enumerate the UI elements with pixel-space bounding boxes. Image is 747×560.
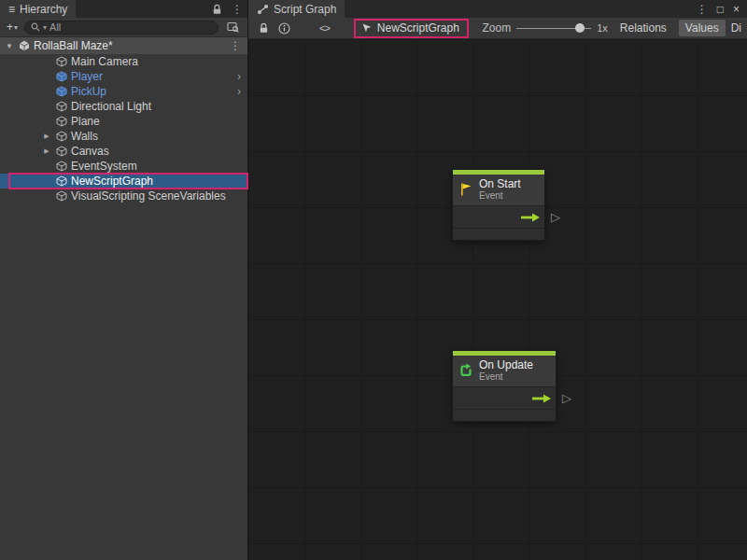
node-on-update[interactable]: On Update Event ▷ <box>452 350 557 422</box>
prefab-chevron-icon[interactable]: › <box>237 85 247 98</box>
scene-row[interactable]: ▼ RollaBall Maze* ⋮ <box>0 37 247 54</box>
tree-item-label: NewScriptGraph <box>71 175 153 188</box>
tree-item-label: Player <box>71 70 103 83</box>
relations-toggle[interactable]: Relations <box>613 20 673 36</box>
node-title: On Update <box>479 359 533 371</box>
tree-item-directional-light[interactable]: Directional Light <box>0 99 247 114</box>
scene-name: RollaBall Maze* <box>34 39 223 52</box>
dim-toggle[interactable]: Di <box>731 21 741 35</box>
gameobject-icon <box>56 175 67 187</box>
lock-icon[interactable] <box>207 0 227 18</box>
node-titles: On Start Event <box>479 178 521 201</box>
prefab-icon <box>56 86 67 97</box>
graph-name-label: NewScriptGraph <box>377 21 459 35</box>
tree-item-canvas[interactable]: ▶ Canvas <box>0 144 247 159</box>
tree-item-eventsystem[interactable]: EventSystem <box>0 159 247 174</box>
tab-hierarchy[interactable]: ≡ Hierarchy <box>0 0 76 18</box>
node-footer <box>453 409 556 421</box>
node-subtitle: Event <box>479 190 521 201</box>
graph-tabstrip: Script Graph ⋮ □ × <box>248 0 747 18</box>
zoom-label: Zoom <box>483 21 512 35</box>
tree-item-player[interactable]: Player › <box>0 69 247 84</box>
tree-item-main-camera[interactable]: Main Camera <box>0 54 247 69</box>
unity-editor-window: ≡ Hierarchy ⋮ + ▾ ▾ All <box>0 0 747 560</box>
gameobject-icon <box>56 131 67 142</box>
node-output-row[interactable] <box>453 386 556 409</box>
graph-icon <box>257 4 269 15</box>
graph-name-breadcrumb[interactable]: NewScriptGraph <box>354 19 469 38</box>
unity-scene-icon <box>19 40 30 51</box>
node-on-start[interactable]: On Start Event ▷ <box>452 169 545 241</box>
tree-item-label: Canvas <box>71 145 109 158</box>
zoom-slider[interactable] <box>516 22 591 34</box>
node-subtitle: Event <box>479 371 533 382</box>
script-graph-panel: Script Graph ⋮ □ × <> NewScriptGraph Zo <box>247 0 747 560</box>
flow-arrow-icon <box>532 394 551 403</box>
node-title: On Start <box>479 178 521 190</box>
hierarchy-search-input[interactable]: ▾ All <box>24 21 218 35</box>
tree-item-pickup[interactable]: PickUp › <box>0 84 247 99</box>
expand-icon[interactable]: ▶ <box>41 133 52 140</box>
tree-item-newscriptgraph[interactable]: NewScriptGraph <box>0 174 247 189</box>
search-icon <box>31 22 40 32</box>
flow-output-port[interactable]: ▷ <box>551 211 560 223</box>
hierarchy-tree: ▼ RollaBall Maze* ⋮ Main Camera Player › <box>0 37 247 560</box>
search-filter-caret-icon[interactable]: ▾ <box>43 23 47 32</box>
tree-item-visualscripting-scenevariables[interactable]: VisualScripting SceneVariables <box>0 189 247 203</box>
tree-item-label: VisualScripting SceneVariables <box>71 189 226 203</box>
tree-item-label: Plane <box>71 115 100 128</box>
tree-item-label: Directional Light <box>71 100 151 113</box>
tab-script-graph-label: Script Graph <box>274 3 336 16</box>
caret-down-icon: ▾ <box>14 23 18 32</box>
close-icon[interactable]: × <box>733 3 740 16</box>
add-object-button[interactable]: + ▾ <box>4 21 21 34</box>
gameobject-icon <box>56 161 67 172</box>
gameobject-icon <box>56 101 67 112</box>
values-toggle[interactable]: Values <box>679 20 726 36</box>
code-icon[interactable]: <> <box>319 22 330 34</box>
zoom-slider-thumb[interactable] <box>575 23 585 33</box>
hierarchy-panel: ≡ Hierarchy ⋮ + ▾ ▾ All <box>0 0 247 560</box>
node-header[interactable]: On Start Event <box>453 175 544 205</box>
gameobject-icon <box>56 116 67 127</box>
loop-icon <box>458 363 473 378</box>
panel-menu-icon: ≡ <box>8 3 15 16</box>
gameobject-icon <box>56 56 67 67</box>
scene-more-icon[interactable]: ⋮ <box>227 39 244 52</box>
lock-icon[interactable] <box>254 22 274 34</box>
graph-pointer-icon <box>361 22 373 34</box>
gameobject-icon <box>56 190 67 202</box>
hierarchy-toolbar: + ▾ ▾ All <box>0 18 247 37</box>
prefab-chevron-icon[interactable]: › <box>237 70 247 83</box>
search-filter-label: All <box>49 21 61 33</box>
tab-script-graph[interactable]: Script Graph <box>248 0 345 18</box>
maximize-icon[interactable]: □ <box>717 3 724 16</box>
add-label: + <box>7 21 13 34</box>
graph-canvas[interactable]: On Start Event ▷ On Update <box>248 39 747 560</box>
node-output-row[interactable] <box>453 205 544 228</box>
tree-item-label: PickUp <box>71 85 106 98</box>
tree-item-walls[interactable]: ▶ Walls <box>0 129 247 144</box>
zoom-value: 1x <box>597 22 608 34</box>
collapse-icon[interactable]: ▼ <box>6 42 15 50</box>
node-footer <box>453 228 544 240</box>
tabstrip-spacer <box>345 0 688 18</box>
info-icon[interactable] <box>274 22 295 35</box>
hierarchy-tabstrip: ≡ Hierarchy ⋮ <box>0 0 247 18</box>
node-header[interactable]: On Update Event <box>453 356 556 386</box>
tree-item-plane[interactable]: Plane <box>0 114 247 129</box>
expand-icon[interactable]: ▶ <box>41 147 52 155</box>
search-window-icon[interactable] <box>222 21 244 33</box>
tree-item-label: Walls <box>71 130 98 143</box>
flow-arrow-icon <box>521 213 540 222</box>
tab-hierarchy-label: Hierarchy <box>20 3 67 16</box>
graph-toolbar: <> NewScriptGraph Zoom 1x Relations Valu… <box>248 18 747 39</box>
flow-output-port[interactable]: ▷ <box>562 392 571 404</box>
gameobject-icon <box>56 146 67 157</box>
window-menu-icon[interactable]: ⋮ <box>697 3 708 16</box>
panel-more-icon[interactable]: ⋮ <box>227 0 247 18</box>
flag-icon <box>458 182 473 197</box>
zoom-control: Zoom 1x <box>483 21 608 35</box>
prefab-icon <box>56 71 67 82</box>
node-titles: On Update Event <box>479 359 533 382</box>
